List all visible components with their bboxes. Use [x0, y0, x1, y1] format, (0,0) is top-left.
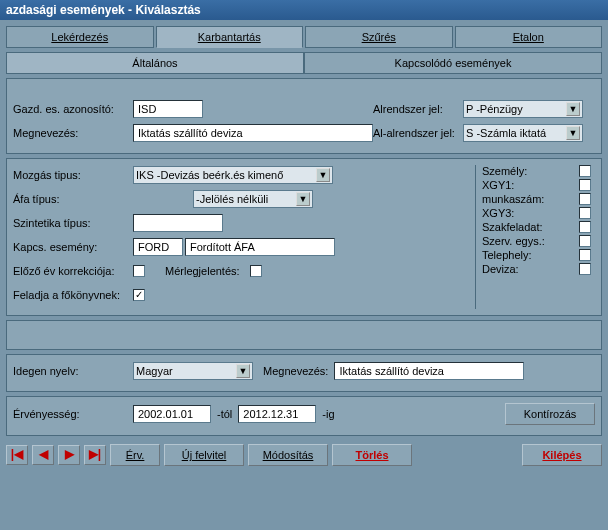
field-megnev2[interactable]: Iktatás szállító deviza: [334, 362, 524, 380]
chevron-down-icon[interactable]: ▼: [566, 126, 580, 140]
label-xgy1: XGY1:: [482, 179, 514, 191]
checkbox-elozo[interactable]: [133, 265, 145, 277]
label-gazd-id: Gazd. es. azonosító:: [13, 103, 133, 115]
subtab-altalanos[interactable]: Általános: [6, 52, 304, 74]
nav-next[interactable]: ▶: [58, 445, 80, 465]
panel-top: Gazd. es. azonosító: ISD Alrendszer jel:…: [6, 78, 602, 154]
label-megnev: Megnevezés:: [13, 127, 133, 139]
label-munkaszam: munkaszám:: [482, 193, 544, 205]
checkbox-merleg[interactable]: [250, 265, 262, 277]
field-megnev[interactable]: Iktatás szállító deviza: [133, 124, 373, 142]
chevron-down-icon[interactable]: ▼: [236, 364, 250, 378]
label-ig: -ig: [316, 408, 340, 420]
bottom-bar: |◀ ◀ ▶ ▶| Érv. Új felvitel Módosítás Tör…: [0, 440, 608, 470]
label-alalrendszer: Al-alrendszer jel:: [373, 127, 463, 139]
label-szerv: Szerv. egys.:: [482, 235, 545, 247]
tab-karbantartas[interactable]: Karbantartás: [156, 26, 304, 48]
field-gazd-id[interactable]: ISD: [133, 100, 203, 118]
label-afa: Áfa típus:: [13, 193, 133, 205]
panel-middle: Mozgás tipus: IKS -Devizás beérk.és kime…: [6, 158, 602, 316]
checkbox-telephely[interactable]: [579, 249, 591, 261]
tab-szures[interactable]: Szűrés: [305, 26, 453, 48]
checkbox-szakfeladat[interactable]: [579, 221, 591, 233]
label-szint: Szintetika típus:: [13, 217, 133, 229]
field-kapcs-name[interactable]: Fordított ÁFA: [185, 238, 335, 256]
label-idegen: Idegen nyelv:: [13, 365, 133, 377]
checkbox-deviza[interactable]: [579, 263, 591, 275]
label-telephely: Telephely:: [482, 249, 532, 261]
checkbox-munkaszam[interactable]: [579, 193, 591, 205]
select-afa[interactable]: -Jelölés nélküli▼: [193, 190, 313, 208]
button-modositas[interactable]: Módosítás: [248, 444, 328, 466]
select-alalrendszer[interactable]: S -Számla iktatá▼: [463, 124, 583, 142]
checkbox-feladja[interactable]: ✓: [133, 289, 145, 301]
button-torles[interactable]: Törlés: [332, 444, 412, 466]
panel-lang: Idegen nyelv: Magyar▼ Megnevezés: Iktatá…: [6, 354, 602, 392]
label-feladja: Feladja a főkönyvnek:: [13, 289, 133, 301]
nav-prev[interactable]: ◀: [32, 445, 54, 465]
label-szakfeladat: Szakfeladat:: [482, 221, 543, 233]
chevron-down-icon[interactable]: ▼: [296, 192, 310, 206]
nav-first[interactable]: |◀: [6, 445, 28, 465]
chevron-down-icon[interactable]: ▼: [316, 168, 330, 182]
button-kilepes[interactable]: Kilépés: [522, 444, 602, 466]
panel-valid: Érvényesség: 2002.01.01 -tól 2012.12.31 …: [6, 396, 602, 436]
chevron-down-icon[interactable]: ▼: [566, 102, 580, 116]
checkbox-xgy3[interactable]: [579, 207, 591, 219]
label-alrendszer: Alrendszer jel:: [373, 103, 463, 115]
label-erveny: Érvényesség:: [13, 408, 133, 420]
subtab-kapcsolodo[interactable]: Kapcsolódó események: [304, 52, 602, 74]
select-idegen[interactable]: Magyar▼: [133, 362, 253, 380]
button-uj[interactable]: Új felvitel: [164, 444, 244, 466]
select-mozgas[interactable]: IKS -Devizás beérk.és kimenő▼: [133, 166, 333, 184]
checkbox-xgy1[interactable]: [579, 179, 591, 191]
field-date-to[interactable]: 2012.12.31: [238, 405, 316, 423]
field-kapcs-code[interactable]: FORD: [133, 238, 183, 256]
checkbox-szemely[interactable]: [579, 165, 591, 177]
select-alrendszer[interactable]: P -Pénzügy▼: [463, 100, 583, 118]
tab-lekerdezes[interactable]: Lekérdezés: [6, 26, 154, 48]
button-kontirozas[interactable]: Kontírozás: [505, 403, 595, 425]
label-deviza: Deviza:: [482, 263, 519, 275]
label-kapcs: Kapcs. esemény:: [13, 241, 133, 253]
label-mozgas: Mozgás tipus:: [13, 169, 133, 181]
tab-etalon[interactable]: Etalon: [455, 26, 603, 48]
main-tab-bar: Lekérdezés Karbantartás Szűrés Etalon: [0, 20, 608, 48]
label-elozo: Előző év korrekciója:: [13, 265, 133, 277]
panel-spacer: [6, 320, 602, 350]
label-merleg: Mérlegjelentés:: [165, 265, 240, 277]
field-szint[interactable]: [133, 214, 223, 232]
label-megnev2: Megnevezés:: [263, 365, 328, 377]
checkbox-szerv[interactable]: [579, 235, 591, 247]
label-xgy3: XGY3:: [482, 207, 514, 219]
side-checkbox-panel: Személy: XGY1: munkaszám: XGY3: Szakfela…: [475, 165, 595, 309]
label-szemely: Személy:: [482, 165, 527, 177]
field-date-from[interactable]: 2002.01.01: [133, 405, 211, 423]
sub-tab-bar: Általános Kapcsolódó események: [0, 48, 608, 74]
button-erv[interactable]: Érv.: [110, 444, 160, 466]
label-tol: -tól: [211, 408, 238, 420]
window-title: azdasági események - Kiválasztás: [0, 0, 608, 20]
nav-last[interactable]: ▶|: [84, 445, 106, 465]
